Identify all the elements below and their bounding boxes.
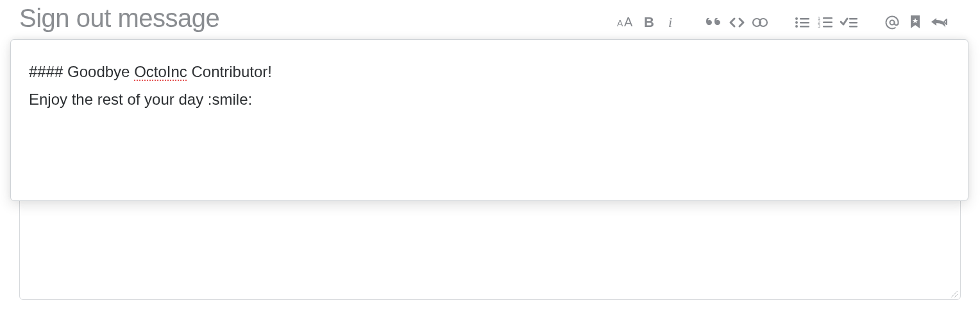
svg-text:A: A: [617, 18, 623, 28]
unordered-list-button[interactable]: [794, 14, 811, 31]
unordered-list-icon: [795, 16, 810, 29]
svg-text:A: A: [624, 16, 633, 29]
svg-rect-9: [800, 22, 809, 24]
editor-line-2[interactable]: Enjoy the rest of your day :smile:: [29, 85, 950, 113]
toolbar-group-block: [693, 14, 781, 31]
reply-button[interactable]: [930, 14, 948, 31]
editor-toolbar: A A B i: [604, 14, 961, 31]
at-icon: [884, 15, 900, 30]
heading-button[interactable]: A A: [617, 14, 634, 31]
svg-rect-11: [800, 26, 809, 28]
svg-rect-20: [849, 26, 858, 28]
svg-point-21: [890, 20, 895, 24]
quote-button[interactable]: [705, 14, 722, 31]
editor-text: Contributor!: [187, 63, 272, 80]
svg-point-6: [795, 17, 798, 20]
svg-point-10: [795, 25, 798, 28]
svg-line-24: [951, 291, 958, 297]
svg-text:i: i: [668, 16, 672, 29]
link-icon: [752, 16, 768, 29]
code-button[interactable]: [729, 14, 745, 31]
heading-icon: A A: [617, 16, 634, 29]
ordered-list-button[interactable]: 1 2 3: [817, 14, 834, 31]
svg-rect-15: [823, 21, 832, 23]
svg-rect-17: [823, 26, 832, 28]
reply-icon: [930, 16, 948, 29]
quote-icon: [706, 16, 722, 29]
svg-rect-13: [823, 17, 832, 19]
mention-button[interactable]: [884, 14, 900, 31]
editor-line-1[interactable]: #### Goodbye OctoInc Contributor!: [29, 58, 950, 85]
section-title: Sign out message: [19, 4, 219, 33]
resize-handle-icon[interactable]: [949, 289, 958, 298]
toolbar-group-text: A A B i: [604, 14, 693, 31]
svg-rect-18: [849, 18, 858, 20]
ordered-list-icon: 1 2 3: [818, 16, 833, 29]
svg-point-8: [795, 21, 798, 24]
task-list-button[interactable]: [840, 14, 858, 31]
svg-rect-19: [849, 22, 858, 24]
svg-text:3: 3: [818, 24, 820, 28]
code-icon: [729, 16, 745, 29]
spellcheck-word: OctoInc: [134, 63, 187, 80]
editor-focused-panel[interactable]: #### Goodbye OctoInc Contributor! Enjoy …: [10, 39, 968, 201]
task-list-icon: [840, 16, 858, 29]
svg-rect-7: [800, 18, 809, 20]
bookmark-icon: [909, 15, 921, 30]
toolbar-group-list: 1 2 3: [781, 14, 871, 31]
svg-text:B: B: [644, 16, 654, 29]
italic-button[interactable]: i: [663, 14, 680, 31]
bold-button[interactable]: B: [640, 14, 657, 31]
editor-text: #### Goodbye: [29, 63, 134, 80]
toolbar-group-ref: [871, 14, 961, 31]
bookmark-button[interactable]: [907, 14, 924, 31]
bold-icon: B: [642, 16, 655, 29]
svg-line-25: [954, 294, 958, 297]
italic-icon: i: [666, 16, 677, 29]
link-button[interactable]: [752, 14, 768, 31]
